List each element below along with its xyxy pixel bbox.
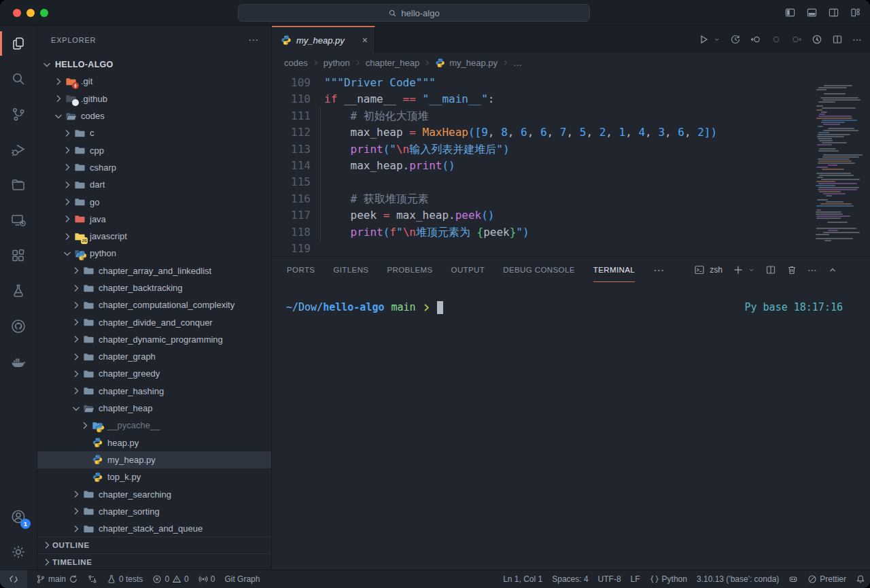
layout-sidebar-left-icon[interactable] bbox=[785, 7, 795, 18]
tree-item-csharp[interactable]: csharp bbox=[37, 159, 271, 176]
layout-sidebar-right-icon[interactable] bbox=[829, 7, 839, 18]
tree-item-chapter_hashing[interactable]: chapter_hashing bbox=[37, 383, 271, 400]
status-encoding[interactable]: UTF-8 bbox=[593, 570, 626, 588]
panel-tab-output[interactable]: OUTPUT bbox=[451, 258, 485, 281]
status-notifications[interactable] bbox=[851, 570, 870, 588]
tree-item-chapter_dynamic_programming[interactable]: chapter_dynamic_programming bbox=[37, 331, 271, 348]
tree-item-chapter_greedy[interactable]: chapter_greedy bbox=[37, 365, 271, 382]
close-window-button[interactable] bbox=[13, 9, 21, 17]
activity-item-extensions[interactable] bbox=[0, 238, 37, 273]
tree-item-__pycache__[interactable]: __pycache__ bbox=[37, 417, 271, 434]
breadcrumb-item[interactable]: my_heap.py bbox=[449, 58, 498, 68]
activity-item-settings[interactable] bbox=[0, 534, 37, 570]
panel-tab-debug-console[interactable]: DEBUG CONSOLE bbox=[503, 258, 575, 281]
more-actions-icon[interactable]: ⋯ bbox=[852, 35, 862, 44]
activity-item-accounts[interactable]: 1 bbox=[0, 499, 37, 534]
chevron-small-down-icon[interactable] bbox=[748, 264, 755, 275]
tree-item-chapter_backtracking[interactable]: chapter_backtracking bbox=[37, 279, 271, 296]
terminal-box-icon[interactable] bbox=[694, 264, 705, 275]
chevron-up-icon[interactable] bbox=[827, 264, 838, 275]
tree-item-chapter_graph[interactable]: chapter_graph bbox=[37, 348, 271, 365]
tree-item-c[interactable]: c bbox=[37, 124, 271, 141]
section-timeline[interactable]: TIMELINE bbox=[37, 553, 271, 570]
tree-item-chapter_stack_and_queue[interactable]: chapter_stack_and_queue bbox=[37, 520, 271, 536]
status-tests[interactable]: 0 tests bbox=[102, 570, 147, 588]
tree-item-cpp[interactable]: cpp bbox=[37, 141, 271, 158]
status-indentation[interactable]: Spaces: 4 bbox=[547, 570, 593, 588]
section-outline[interactable]: OUTLINE bbox=[37, 537, 271, 553]
tree-item-dart[interactable]: dart bbox=[37, 176, 271, 193]
split-editor-icon[interactable] bbox=[832, 34, 843, 45]
tree-item-codes[interactable]: codes bbox=[37, 107, 271, 124]
activity-item-remote-explorer[interactable] bbox=[0, 203, 37, 238]
tree-item-chapter_computational_complexity[interactable]: chapter_computational_complexity bbox=[37, 296, 271, 313]
explorer-more-actions-icon[interactable]: ⋯ bbox=[248, 34, 259, 46]
plus-icon[interactable] bbox=[733, 264, 744, 275]
status-eol[interactable]: LF bbox=[626, 570, 645, 588]
status-git-graph[interactable]: Git Graph bbox=[220, 570, 264, 588]
tree-item-heappy[interactable]: heap.py bbox=[37, 434, 271, 451]
code-editor[interactable]: 109110111112113114115116117118119 """Dri… bbox=[272, 72, 870, 256]
activity-item-testing[interactable] bbox=[0, 273, 37, 309]
trash-icon[interactable] bbox=[786, 264, 797, 275]
status-python-interpreter[interactable]: 3.10.13 ('base': conda) bbox=[692, 570, 784, 588]
activity-item-source-control[interactable] bbox=[0, 97, 37, 132]
tree-item-chapter_searching[interactable]: chapter_searching bbox=[37, 485, 271, 502]
status-copilot[interactable] bbox=[784, 570, 803, 588]
activity-item-project-folder[interactable] bbox=[0, 167, 37, 203]
breadcrumb-item[interactable]: codes bbox=[284, 58, 308, 68]
breadcrumb-item[interactable]: chapter_heap bbox=[366, 58, 420, 68]
minimize-window-button[interactable] bbox=[27, 9, 35, 17]
status-branch-status[interactable]: main bbox=[31, 570, 83, 588]
history-icon[interactable] bbox=[730, 34, 741, 45]
terminal[interactable]: ~/Dow/hello-algomain Py base 18:17:16 bbox=[272, 283, 870, 570]
command-center-search[interactable]: hello-algo bbox=[238, 4, 590, 22]
more-actions-icon[interactable]: ⋯ bbox=[807, 265, 817, 275]
panel-tab-problems[interactable]: PROBLEMS bbox=[387, 258, 432, 281]
activity-item-explorer[interactable] bbox=[0, 26, 37, 61]
tab-my-heap[interactable]: my_heap.py × bbox=[272, 26, 375, 53]
tree-item-chapter_heap[interactable]: chapter_heap bbox=[37, 400, 271, 417]
panel-tab-ports[interactable]: PORTS bbox=[287, 258, 315, 281]
status-problems[interactable]: 00 bbox=[147, 570, 193, 588]
close-panel-icon[interactable] bbox=[848, 264, 859, 275]
zoom-window-button[interactable] bbox=[40, 9, 48, 17]
status-remote-indicator[interactable] bbox=[0, 570, 27, 588]
breadcrumb-item[interactable]: python bbox=[324, 58, 350, 68]
tree-item-go[interactable]: go bbox=[37, 193, 271, 210]
tree-item-javascript[interactable]: JSjavascript bbox=[37, 228, 271, 245]
split-panel-icon[interactable] bbox=[765, 264, 776, 275]
status-prettier[interactable]: Prettier bbox=[803, 570, 851, 588]
panel-tab-terminal[interactable]: TERMINAL bbox=[593, 258, 635, 282]
status-cursor-position[interactable]: Ln 1, Col 1 bbox=[498, 570, 547, 588]
diff-next-icon[interactable] bbox=[791, 34, 802, 45]
tree-item-git[interactable]: ⟠.git bbox=[37, 73, 271, 90]
run-icon[interactable] bbox=[698, 34, 709, 45]
diff-circle-icon[interactable] bbox=[771, 34, 782, 45]
panel-more-tabs-icon[interactable]: ⋯ bbox=[653, 264, 665, 277]
activity-item-run-debug[interactable] bbox=[0, 132, 37, 167]
status-ports-status[interactable]: 0 bbox=[194, 570, 220, 588]
tree-item-chapter_divide_and_conquer[interactable]: chapter_divide_and_conquer bbox=[37, 313, 271, 330]
status-git-compare[interactable] bbox=[83, 570, 102, 588]
diff-prev-icon[interactable] bbox=[750, 34, 761, 45]
activity-item-docker[interactable] bbox=[0, 344, 37, 379]
activity-item-github[interactable] bbox=[0, 309, 37, 344]
activity-item-search[interactable] bbox=[0, 61, 37, 97]
tree-item-github[interactable]: .github bbox=[37, 90, 271, 107]
layout-panel-icon[interactable] bbox=[807, 7, 817, 18]
gitlens-graph-icon[interactable] bbox=[812, 34, 822, 45]
chevron-small-down-icon[interactable] bbox=[713, 34, 720, 45]
tree-item-chapter_sorting[interactable]: chapter_sorting bbox=[37, 503, 271, 520]
tree-item-java[interactable]: java bbox=[37, 211, 271, 228]
layout-customize-icon[interactable] bbox=[850, 7, 860, 18]
status-language-mode[interactable]: Python bbox=[645, 570, 692, 588]
tree-item-python[interactable]: python bbox=[37, 245, 271, 262]
tree-item-HELLO-ALGO[interactable]: HELLO-ALGO bbox=[37, 56, 271, 73]
minimap[interactable] bbox=[814, 83, 866, 243]
panel-tab-gitlens[interactable]: GITLENS bbox=[333, 258, 368, 281]
tree-item-top_kpy[interactable]: top_k.py bbox=[37, 468, 271, 485]
breadcrumb-item[interactable]: … bbox=[513, 58, 522, 68]
tab-close-icon[interactable]: × bbox=[362, 35, 368, 46]
tree-item-my_heappy[interactable]: my_heap.py bbox=[37, 451, 271, 468]
